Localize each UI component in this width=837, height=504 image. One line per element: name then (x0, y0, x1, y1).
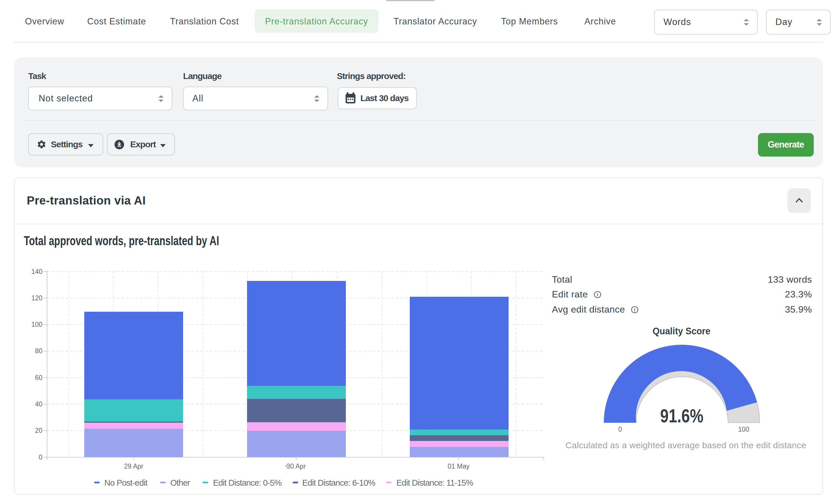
svg-text:Edit Distance: 11-15%: Edit Distance: 11-15% (396, 478, 473, 487)
svg-text:No Post-edit: No Post-edit (104, 478, 148, 487)
svg-text:35.9%: 35.9% (785, 304, 812, 314)
svg-text:100: 100 (738, 426, 749, 433)
svg-text:20: 20 (35, 427, 42, 434)
svg-text:0: 0 (619, 426, 622, 433)
svg-text:140: 140 (31, 268, 42, 275)
svg-text:30 Apr: 30 Apr (287, 463, 306, 470)
svg-text:80: 80 (35, 347, 42, 355)
svg-text:Edit Distance: 6-10%: Edit Distance: 6-10% (302, 478, 375, 487)
svg-text:60: 60 (35, 374, 42, 381)
svg-text:133 words: 133 words (768, 274, 812, 285)
svg-text:40: 40 (35, 400, 42, 408)
svg-text:23.3%: 23.3% (785, 289, 812, 300)
svg-text:01 May: 01 May (448, 463, 470, 470)
svg-text:0: 0 (39, 453, 42, 461)
svg-text:i: i (634, 307, 635, 312)
svg-text:Edit Distance: 0-5%: Edit Distance: 0-5% (213, 478, 282, 487)
svg-text:29 Apr: 29 Apr (124, 463, 144, 470)
svg-text:Total: Total (552, 274, 572, 285)
svg-text:100: 100 (31, 321, 42, 328)
svg-text:Other: Other (170, 478, 190, 487)
svg-text:Edit rate: Edit rate (552, 289, 588, 300)
svg-text:i: i (597, 292, 598, 297)
svg-text:120: 120 (31, 294, 42, 302)
svg-text:Avg edit distance: Avg edit distance (552, 304, 625, 314)
